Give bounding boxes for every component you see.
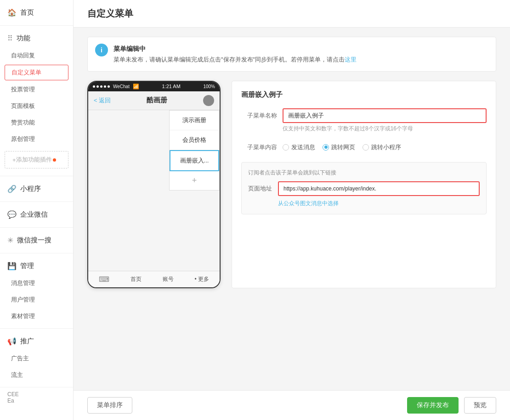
radio-redirect-miniapp-label: 跳转小程序 bbox=[371, 143, 401, 151]
sidebar-promotion-items: 广告主 流主 bbox=[0, 350, 73, 383]
url-label: 页面地址 bbox=[248, 185, 273, 193]
phone-status-left: WeChat 📶 bbox=[93, 84, 139, 90]
panel-section-title: 画册嵌入例子 bbox=[241, 90, 487, 99]
sidebar-features-header[interactable]: ⠿ 功能 bbox=[0, 29, 73, 47]
phone-status-bar: WeChat 📶 1:21 AM 100% bbox=[88, 82, 220, 91]
radio-redirect-miniapp[interactable]: 跳转小程序 bbox=[363, 143, 401, 151]
phone-menu-list: 演示画册 会员价格 画册嵌入... + bbox=[169, 110, 220, 190]
sidebar-item-custom-menu[interactable]: 自定义菜单 bbox=[5, 65, 68, 80]
phone-menu-item-1[interactable]: 会员价格 bbox=[170, 130, 219, 150]
main-content: 自定义菜单 i 菜单编辑中 菜单未发布，请确认菜单编辑完成后点击"保存并发布"同… bbox=[74, 0, 510, 420]
form-name-hint: 仅支持中英文和数字，字数不超过8个汉字或16个字母 bbox=[283, 125, 487, 133]
notice-icon: i bbox=[95, 44, 108, 56]
form-content-label: 子菜单内容 bbox=[241, 140, 283, 155]
preview-button[interactable]: 预览 bbox=[464, 397, 496, 414]
url-input[interactable] bbox=[278, 181, 480, 196]
add-plugin-label: 添加功能插件 bbox=[16, 156, 52, 164]
phone-content: 演示画册 会员价格 画册嵌入... + bbox=[88, 110, 220, 271]
notice-body: 菜单未发布，请确认菜单编辑完成后点击"保存并发布"同步到手机。若停用菜单，请点击… bbox=[113, 55, 357, 65]
sidebar-item-traffic-owner[interactable]: 流主 bbox=[0, 367, 73, 383]
sidebar-item-vote-manage[interactable]: 投票管理 bbox=[0, 81, 73, 98]
url-row: 页面地址 bbox=[248, 181, 480, 196]
chat-icon: 💬 bbox=[7, 210, 17, 219]
link-icon: 🔗 bbox=[7, 185, 17, 193]
phone-time: 1:21 AM bbox=[162, 84, 181, 89]
phone-menu-item-0[interactable]: 演示画册 bbox=[170, 111, 219, 130]
radio-redirect-web[interactable]: 跳转网页 bbox=[323, 143, 355, 151]
phone-back-button[interactable]: < 返回 bbox=[94, 96, 111, 105]
form-row-content: 子菜单内容 发送消息 跳转网页 bbox=[241, 140, 487, 155]
radio-send-msg-dot bbox=[283, 144, 289, 151]
sidebar-cee-label: CEE bbox=[7, 391, 66, 398]
sidebar-item-page-template[interactable]: 页面模板 bbox=[0, 98, 73, 114]
phone-bottom-bar: ⌨ 首页 账号 • 更多 bbox=[88, 271, 220, 287]
page-title: 自定义菜单 bbox=[87, 8, 133, 18]
phone-mockup: WeChat 📶 1:21 AM 100% < 返回 酷画册 演示画册 会员价格… bbox=[87, 81, 221, 288]
footer-right-buttons: 保存并发布 预览 bbox=[407, 397, 496, 414]
grid-icon: ⠿ bbox=[7, 34, 13, 43]
search-star-icon: ✳ bbox=[7, 236, 13, 245]
sidebar-bottom-cee: CEE Ea bbox=[0, 387, 73, 408]
sidebar-promotion-header[interactable]: 📢 推广 bbox=[0, 332, 73, 350]
sidebar-item-user-manage[interactable]: 用户管理 bbox=[0, 291, 73, 308]
sidebar-promotion-label: 推广 bbox=[20, 337, 34, 346]
keyboard-icon: ⌨ bbox=[99, 275, 109, 284]
menu-sort-button[interactable]: 菜单排序 bbox=[87, 397, 132, 414]
sidebar-item-advertiser[interactable]: 广告主 bbox=[0, 350, 73, 367]
sidebar-wechat-search-header[interactable]: ✳ 微信搜一搜 bbox=[0, 231, 73, 249]
phone-bottom-more[interactable]: • 更多 bbox=[195, 275, 210, 283]
url-section: 订阅者点击该子菜单会跳到以下链接 页面地址 从公众号图文消息中选择 bbox=[241, 162, 487, 214]
phone-menu-add-button[interactable]: + bbox=[170, 171, 219, 190]
sidebar-item-msg-manage[interactable]: 消息管理 bbox=[0, 275, 73, 291]
radio-send-msg-label: 发送消息 bbox=[291, 143, 315, 151]
sidebar-item-auto-reply[interactable]: 自动回复 bbox=[0, 47, 73, 64]
sidebar-miniprogram-header[interactable]: 🔗 小程序 bbox=[0, 180, 73, 198]
sidebar-features-label: 功能 bbox=[17, 34, 30, 43]
sidebar-item-original-manage[interactable]: 原创管理 bbox=[0, 131, 73, 147]
status-dot-3 bbox=[100, 85, 102, 88]
right-panel: 画册嵌入例子 子菜单名称 仅支持中英文和数字，字数不超过8个汉字或16个字母 子… bbox=[232, 81, 496, 288]
menu-name-input[interactable] bbox=[283, 108, 487, 123]
status-dot-1 bbox=[93, 85, 95, 88]
sidebar-item-reward[interactable]: 赞赏功能 bbox=[0, 114, 73, 131]
url-hint: 订阅者点击该子菜单会跳到以下链接 bbox=[248, 169, 480, 177]
content-type-radio-group: 发送消息 跳转网页 跳转小程序 bbox=[283, 140, 487, 155]
phone-battery: 100% bbox=[203, 84, 215, 89]
status-dot-2 bbox=[96, 85, 99, 88]
sidebar-enterprise-wechat-header[interactable]: 💬 企业微信 bbox=[0, 206, 73, 224]
status-dot-5 bbox=[108, 85, 110, 88]
phone-nav-title: 酷画册 bbox=[147, 96, 167, 105]
phone-bottom-home[interactable]: 首页 bbox=[130, 275, 142, 283]
notice-link[interactable]: 这里 bbox=[345, 56, 357, 63]
url-select-from-articles[interactable]: 从公众号图文消息中选择 bbox=[278, 200, 480, 207]
content-area: WeChat 📶 1:21 AM 100% < 返回 酷画册 演示画册 会员价格… bbox=[87, 81, 496, 288]
radio-redirect-web-dot bbox=[323, 144, 329, 151]
add-plugin-button[interactable]: + 添加功能插件 bbox=[5, 151, 68, 168]
storage-icon: 💾 bbox=[7, 262, 17, 270]
sidebar-wechat-search-label: 微信搜一搜 bbox=[17, 236, 51, 245]
speaker-icon: 📢 bbox=[7, 337, 17, 346]
sidebar-ea-label: Ea bbox=[7, 398, 66, 404]
page-footer: 菜单排序 保存并发布 预览 bbox=[74, 390, 510, 420]
sidebar-home[interactable]: 🏠 首页 bbox=[0, 4, 73, 22]
radio-send-msg[interactable]: 发送消息 bbox=[283, 143, 315, 151]
radio-redirect-miniapp-dot bbox=[363, 144, 369, 151]
notice-text: 菜单编辑中 菜单未发布，请确认菜单编辑完成后点击"保存并发布"同步到手机。若停用… bbox=[113, 44, 357, 65]
sidebar-home-label: 首页 bbox=[20, 8, 34, 17]
page-header: 自定义菜单 bbox=[74, 0, 510, 28]
phone-avatar bbox=[203, 95, 214, 106]
sidebar-management-header[interactable]: 💾 管理 bbox=[0, 257, 73, 275]
phone-brand: WeChat bbox=[113, 84, 130, 89]
notice-banner: i 菜单编辑中 菜单未发布，请确认菜单编辑完成后点击"保存并发布"同步到手机。若… bbox=[87, 37, 496, 72]
notice-title: 菜单编辑中 bbox=[113, 44, 357, 55]
phone-bottom-account[interactable]: 账号 bbox=[163, 275, 174, 283]
phone-nav-bar: < 返回 酷画册 bbox=[88, 91, 220, 110]
sidebar-item-material-manage[interactable]: 素材管理 bbox=[0, 308, 73, 325]
phone-wifi-icon: 📶 bbox=[133, 84, 139, 90]
sidebar-management-label: 管理 bbox=[20, 262, 34, 270]
sidebar-features-items: 自动回复 自定义菜单 投票管理 页面模板 赞赏功能 原创管理 bbox=[0, 47, 73, 147]
phone-menu-item-2[interactable]: 画册嵌入... bbox=[170, 150, 219, 171]
save-publish-button[interactable]: 保存并发布 bbox=[407, 397, 459, 414]
sidebar-miniprogram-label: 小程序 bbox=[20, 185, 41, 193]
sidebar: 🏠 首页 ⠿ 功能 自动回复 自定义菜单 投票管理 页面模板 赞赏功能 原创管理… bbox=[0, 0, 74, 420]
